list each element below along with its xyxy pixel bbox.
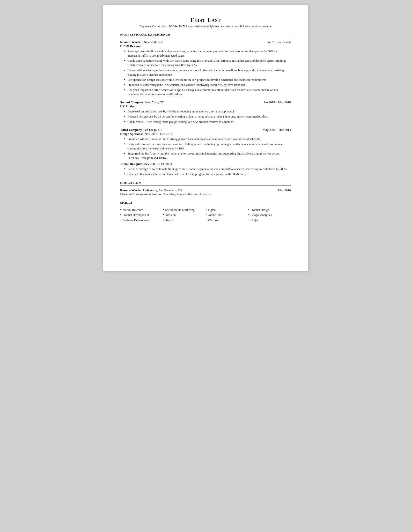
edu-school-location-1: Resume Worded University, San Francisco,…: [120, 188, 182, 192]
job-company-3: Third Company: [120, 128, 142, 132]
job-dates-1: Jun 2018 – Present: [267, 40, 291, 44]
job-subtitle-3: Junior Designer (May 2008 – Oct 2011): [120, 162, 291, 166]
skill-item-2-2: • InVision: [163, 213, 206, 217]
bullet-3-3: Supported the firm's entry into the Indi…: [124, 151, 291, 160]
bullet-3-1: Promoted within 18 months due to strong …: [124, 137, 291, 141]
skill-label-3-3: Webflow: [208, 218, 219, 223]
skill-bullet-4-3: •: [248, 218, 250, 222]
skill-label-1-1: Market Research: [122, 208, 143, 212]
skill-bullet-2-3: •: [163, 218, 164, 222]
skill-item-1-2: • Product Development: [120, 213, 163, 217]
bullet-2-2: Reduced design costs by 25 percent by cr…: [124, 114, 291, 119]
skill-bullet-1-2: •: [120, 213, 121, 217]
resume-page: First Last Bay Area, California • +1-234…: [103, 5, 308, 271]
bullet-2-3: Conducted 25+ user-testing focus groups …: [124, 120, 291, 124]
experience-section: Professional Experience Resume Worded, N…: [120, 33, 291, 177]
bullet-1-4: Led application design sessions with cli…: [124, 78, 291, 82]
bullet-1-3: Liaised with marketing to improve user e…: [124, 68, 291, 77]
job-title-3-text: Design Specialist: [120, 132, 143, 136]
job-company-2: Second Company: [120, 100, 144, 104]
education-section: Education Resume Worded University, San …: [120, 181, 291, 196]
skill-item-3-2: • Adobe Suite: [206, 213, 248, 217]
skill-item-2-1: • Social Media Marketing: [163, 208, 206, 212]
skills-col-1: • Market Research • Product Development …: [120, 208, 163, 223]
candidate-name: First Last: [120, 17, 291, 24]
job-bullets-1: Revamped website flows and navigation me…: [120, 49, 291, 96]
skill-label-1-2: Product Development: [122, 213, 149, 217]
job-location-2: , New York, NY: [144, 100, 164, 104]
skill-bullet-3-3: •: [206, 218, 207, 222]
skills-section-title: Skills: [120, 201, 291, 205]
skill-item-1-1: • Market Research: [120, 208, 163, 212]
job-company-location-1: Resume Worded, New York, NY: [120, 40, 163, 44]
skill-item-4-2: • Google Analytics: [248, 213, 291, 217]
skill-label-2-2: InVision: [165, 213, 176, 217]
skill-bullet-1-1: •: [120, 208, 121, 212]
skill-label-4-3: Hotjar: [251, 218, 258, 223]
edu-degree-1: Master of Business Administration Candid…: [120, 193, 291, 196]
skills-col-4: • Product Design • Google Analytics • Ho…: [248, 208, 291, 223]
edu-school-1: Resume Worded University,: [120, 188, 158, 192]
job-title-3-date: (Nov 2011 – Dec 2014): [144, 132, 173, 136]
skill-item-2-3: • Sketch: [163, 218, 206, 223]
skill-label-1-3: Business Development: [122, 218, 150, 223]
skill-item-1-3: • Business Development: [120, 218, 163, 223]
job-location-1: , New York, NY: [142, 40, 163, 44]
job-entry-1: Resume Worded, New York, NY Jun 2018 – P…: [120, 40, 291, 96]
skills-col-2: • Social Media Marketing • InVision • Sk…: [163, 208, 206, 223]
skill-bullet-4-1: •: [248, 208, 250, 212]
job-company-1: Resume Worded: [120, 40, 142, 44]
skill-item-3-3: • Webflow: [206, 218, 248, 223]
skill-bullet-2-2: •: [163, 213, 164, 217]
skills-grid: • Market Research • Product Development …: [120, 208, 291, 223]
skills-section: Skills • Market Research • Product Devel…: [120, 201, 291, 223]
skill-bullet-2-1: •: [163, 208, 164, 212]
job-dates-2: Jan 2015 – May 2018: [263, 100, 291, 104]
bullet-1-1: Revamped website flows and navigation me…: [124, 49, 291, 58]
skill-item-3-1: • Figma: [206, 208, 248, 212]
job-bullets-3: Promoted within 18 months due to strong …: [120, 137, 291, 160]
skill-bullet-3-1: •: [206, 208, 207, 212]
job-location-3: , San Diego, CA: [142, 128, 163, 132]
experience-section-title: Professional Experience: [120, 33, 291, 37]
job-sub-bullets-3: Led full redesign of website with findin…: [120, 167, 291, 176]
bullet-1-2: Conducted evaluative testing with 10+ pa…: [124, 58, 291, 67]
skills-col-3: • Figma • Adobe Suite • Webflow: [206, 208, 248, 223]
bullet-2-1: Decreased uninstallation rate by 40% by …: [124, 109, 291, 114]
skill-label-3-1: Figma: [208, 208, 216, 212]
job-dates-3: May 2008 – Dec 2014: [263, 128, 291, 132]
job-entry-3: Third Company, San Diego, CA May 2008 – …: [120, 127, 291, 177]
job-entry-2: Second Company, New York, NY Jan 2015 – …: [120, 100, 291, 124]
edu-header-1: Resume Worded University, San Francisco,…: [120, 188, 291, 192]
skill-bullet-3-2: •: [206, 213, 207, 217]
bullet-1-6: Analyzed impact and effectiveness of in-…: [124, 88, 291, 96]
resume-header: First Last Bay Area, California • +1-234…: [120, 17, 291, 28]
skill-label-4-1: Product Design: [251, 208, 269, 212]
skill-label-3-2: Adobe Suite: [208, 213, 223, 217]
skill-bullet-1-3: •: [120, 218, 121, 222]
job-title-1: UI/UX Designer: [120, 44, 291, 48]
skill-label-2-3: Sketch: [165, 218, 173, 223]
job-header-3: Third Company, San Diego, CA May 2008 – …: [120, 127, 291, 132]
sub-bullet-3-1: Led full redesign of website with findin…: [124, 167, 291, 171]
edu-location-1-text: San Francisco, CA: [159, 188, 182, 192]
job-bullets-2: Decreased uninstallation rate by 40% by …: [120, 109, 291, 124]
job-header-1: Resume Worded, New York, NY Jun 2018 – P…: [120, 40, 291, 44]
job-subtitle-3-text: Junior Designer: [120, 162, 142, 166]
bullet-3-2: Designed e-commerce strategies for an on…: [124, 142, 291, 151]
job-header-2: Second Company, New York, NY Jan 2015 – …: [120, 100, 291, 104]
candidate-contact: Bay Area, California • +1-234-456-789 • …: [120, 25, 291, 28]
job-title-3: Design Specialist (Nov 2011 – Dec 2014): [120, 132, 291, 136]
job-subtitle-3-date: (May 2008 – Oct 2011): [142, 162, 172, 166]
skill-label-4-2: Google Analytics: [251, 213, 271, 217]
job-company-location-3: Third Company, San Diego, CA: [120, 127, 163, 132]
edu-date-1: May 2010: [278, 188, 291, 192]
skill-item-4-3: • Hotjar: [248, 218, 291, 223]
skill-label-2-1: Social Media Marketing: [165, 208, 195, 212]
skill-item-4-1: • Product Design: [248, 208, 291, 212]
education-section-title: Education: [120, 181, 291, 185]
sub-bullet-3-2: Coached 30 summer interns and launched a…: [124, 172, 291, 176]
bullet-1-5: Produced customer magazine, e-newsletter…: [124, 83, 291, 87]
job-company-location-2: Second Company, New York, NY: [120, 100, 164, 104]
skill-bullet-4-2: •: [248, 213, 250, 217]
